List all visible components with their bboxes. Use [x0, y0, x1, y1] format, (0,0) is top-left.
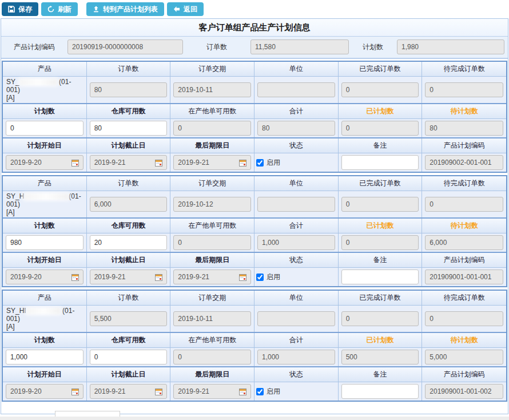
calendar-icon	[239, 274, 246, 281]
remark-header: 备注	[339, 253, 423, 267]
save-button[interactable]: 保存	[2, 2, 38, 16]
todo-qty-header: 待完成订单数	[422, 291, 506, 305]
start-date-value: 2019-9-20	[10, 387, 42, 395]
calendar-icon	[155, 274, 162, 281]
plan-qty-value	[397, 39, 504, 54]
item-plan-code-field	[425, 384, 503, 399]
unit-header: 单位	[254, 176, 339, 191]
deadline-picker[interactable]: 2019-9-21	[173, 155, 251, 170]
product-line2: [A]	[6, 208, 83, 216]
done-qty-header: 已完成订单数	[339, 291, 423, 305]
enabled-checkbox[interactable]	[256, 159, 264, 167]
remark-input[interactable]	[341, 270, 419, 284]
end-date-picker[interactable]: 2019-9-21	[90, 384, 168, 399]
enabled-checkbox[interactable]	[256, 388, 264, 395]
item-plan-code-header: 产品计划编码	[422, 138, 506, 153]
status-header: 状态	[254, 367, 339, 382]
goto-plan-list-button[interactable]: 转到产品计划列表	[86, 2, 164, 16]
todo-qty-field	[425, 197, 503, 212]
warehouse-qty-input[interactable]	[90, 350, 168, 364]
start-date-picker[interactable]: 2019-9-20	[6, 155, 83, 170]
remark-header: 备注	[339, 138, 423, 153]
plan-qty-input[interactable]	[6, 121, 83, 136]
warehouse-qty-input[interactable]	[90, 235, 168, 250]
total-header: 合计	[254, 104, 339, 118]
deadline-header: 最后期限日	[170, 138, 254, 153]
item-plan-code-field	[425, 270, 503, 284]
warehouse-qty-input[interactable]	[90, 121, 168, 136]
enabled-label: 启用	[267, 387, 280, 397]
status-header: 状态	[254, 138, 339, 153]
planned-qty-header: 已计划数	[339, 333, 423, 347]
total-field	[257, 235, 335, 250]
deadline-picker[interactable]: 2019-9-21	[173, 384, 251, 399]
page-title: 客户订单组产品生产计划信息	[1, 19, 508, 37]
due-date-header: 订单交期	[170, 176, 254, 191]
redacted-text	[19, 79, 57, 85]
calendar-icon	[239, 388, 246, 395]
page: 保存 刷新 转到产品计划列表 返回 客户订单组产品生产计划信息 产品计划编码	[0, 0, 509, 417]
tab-placed-product-plans[interactable]: 已下产品计划	[55, 411, 120, 417]
deadline-value: 2019-9-21	[178, 159, 209, 167]
calendar-icon	[71, 388, 79, 395]
total-header: 合计	[254, 219, 339, 233]
end-date-header: 计划截止日	[87, 367, 171, 382]
remark-input[interactable]	[341, 384, 419, 399]
refresh-button[interactable]: 刷新	[41, 2, 78, 16]
save-label: 保存	[18, 5, 32, 13]
product-prefix: SY_H	[6, 192, 24, 200]
calendar-icon	[155, 159, 162, 167]
end-date-value: 2019-9-21	[94, 159, 126, 167]
plan-code-label: 产品计划编码	[1, 42, 67, 52]
start-date-value: 2019-9-20	[10, 273, 42, 281]
warehouse-qty-header: 仓库可用数	[87, 219, 171, 233]
planned-qty-field	[341, 235, 419, 250]
plan-qty-input[interactable]	[6, 350, 83, 364]
item-plan-code-header: 产品计划编码	[422, 253, 506, 267]
start-date-header: 计划开始日	[3, 138, 87, 153]
total-header: 合计	[254, 333, 339, 347]
planned-qty-header: 已计划数	[339, 104, 423, 118]
done-qty-header: 已完成订单数	[339, 62, 423, 76]
end-date-picker[interactable]: 2019-9-21	[90, 270, 168, 284]
unit-header: 单位	[254, 291, 339, 305]
order-qty-field	[90, 82, 168, 97]
toolbar: 保存 刷新 转到产品计划列表 返回	[0, 0, 509, 18]
due-date-field	[173, 311, 251, 326]
start-date-header: 计划开始日	[3, 367, 87, 382]
warehouse-qty-header: 仓库可用数	[87, 333, 171, 347]
end-date-header: 计划截止日	[87, 138, 171, 153]
status-header: 状态	[254, 253, 339, 267]
enabled-label: 启用	[267, 272, 280, 282]
back-button[interactable]: 返回	[167, 2, 204, 16]
plan-qty-header: 计划数	[3, 333, 87, 347]
start-date-picker[interactable]: 2019-9-20	[6, 384, 83, 399]
enabled-checkbox[interactable]	[256, 274, 264, 281]
deadline-picker[interactable]: 2019-9-21	[173, 270, 251, 284]
refresh-label: 刷新	[58, 5, 71, 13]
done-qty-field	[341, 311, 419, 326]
start-date-picker[interactable]: 2019-9-20	[6, 270, 83, 284]
product-header: 产品	[3, 62, 87, 76]
toplan-qty-header: 待计划数	[422, 333, 506, 347]
redacted-text	[26, 308, 61, 314]
remark-header: 备注	[339, 367, 423, 382]
product-name: SY_HI (01-001) [A]	[3, 306, 87, 332]
plan-block-1: 产品 订单数 订单交期 单位 已完成订单数 待完成订单数 SY_ (01-001…	[2, 61, 507, 173]
remark-input[interactable]	[341, 155, 419, 170]
planned-qty-field	[341, 121, 419, 136]
bottom-section: 可用库存 已下产品计划 产品计划单 公司产品名称 公司产品编码	[1, 404, 508, 417]
upload-arrow-icon	[93, 6, 100, 13]
plan-qty-input[interactable]	[6, 235, 83, 250]
order-qty-header: 订单数	[87, 291, 171, 305]
todo-qty-field	[425, 82, 503, 97]
toplan-qty-field	[425, 350, 503, 364]
warehouse-qty-header: 仓库可用数	[87, 104, 171, 118]
tab-available-inventory[interactable]: 可用库存	[6, 411, 55, 417]
item-plan-code-header: 产品计划编码	[422, 367, 506, 382]
order-qty-header: 订单数	[87, 62, 171, 76]
calendar-icon	[239, 159, 246, 167]
end-date-picker[interactable]: 2019-9-21	[90, 155, 168, 170]
unit-header: 单位	[254, 62, 339, 76]
due-date-header: 订单交期	[170, 62, 254, 76]
